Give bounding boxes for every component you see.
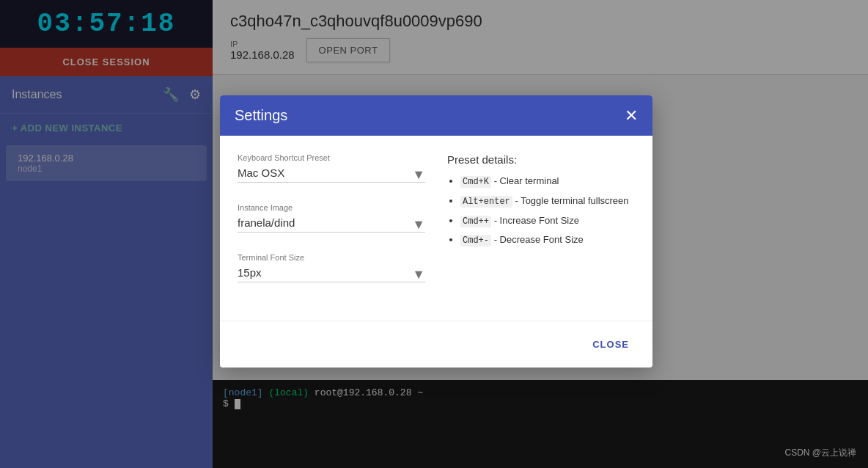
- modal-footer: CLOSE: [220, 321, 652, 368]
- keyboard-preset-group: Keyboard Shortcut Preset Mac OSX ▼: [238, 153, 425, 183]
- preset-details-title: Preset details:: [447, 153, 635, 166]
- instance-image-group: Instance Image franela/dind ▼: [238, 203, 425, 233]
- terminal-font-size-value: 15px: [238, 266, 425, 279]
- modal-close-icon-button[interactable]: ✕: [625, 108, 638, 124]
- modal-body: Keyboard Shortcut Preset Mac OSX ▼ Insta…: [220, 136, 652, 321]
- keyboard-preset-label: Keyboard Shortcut Preset: [238, 153, 425, 162]
- shortcut-desc-1: - Clear terminal: [494, 175, 559, 186]
- list-item: Cmd+K - Clear terminal: [460, 175, 635, 189]
- instance-image-value: franela/dind: [238, 216, 425, 229]
- terminal-font-size-select[interactable]: 15px ▼: [238, 266, 425, 282]
- modal-title: Settings: [235, 107, 287, 124]
- preset-details-list: Cmd+K - Clear terminal Alt+enter - Toggl…: [447, 175, 635, 247]
- terminal-font-size-group: Terminal Font Size 15px ▼: [238, 253, 425, 282]
- instance-image-select[interactable]: franela/dind ▼: [238, 216, 425, 233]
- modal-header: Settings ✕: [220, 95, 652, 136]
- modal-right-column: Preset details: Cmd+K - Clear terminal A…: [447, 153, 635, 303]
- shortcut-desc-2: - Toggle terminal fullscreen: [515, 195, 628, 206]
- instance-image-arrow-icon: ▼: [412, 216, 425, 232]
- shortcut-key-2: Alt+enter: [460, 196, 512, 208]
- list-item: Cmd+- - Decrease Font Size: [460, 233, 635, 247]
- shortcut-key-1: Cmd+K: [460, 176, 491, 188]
- shortcut-desc-4: - Decrease Font Size: [494, 234, 584, 245]
- close-modal-button[interactable]: CLOSE: [584, 333, 638, 356]
- keyboard-preset-arrow-icon: ▼: [412, 167, 425, 182]
- list-item: Cmd++ - Increase Font Size: [460, 214, 635, 228]
- keyboard-preset-select[interactable]: Mac OSX ▼: [238, 167, 425, 183]
- settings-modal: Settings ✕ Keyboard Shortcut Preset Mac …: [220, 95, 652, 368]
- instance-image-label: Instance Image: [238, 203, 425, 212]
- list-item: Alt+enter - Toggle terminal fullscreen: [460, 194, 635, 208]
- shortcut-desc-3: - Increase Font Size: [494, 215, 579, 226]
- shortcut-key-3: Cmd++: [460, 216, 491, 227]
- shortcut-key-4: Cmd+-: [460, 235, 491, 246]
- terminal-font-size-label: Terminal Font Size: [238, 253, 425, 262]
- keyboard-preset-value: Mac OSX: [238, 167, 425, 179]
- terminal-font-size-arrow-icon: ▼: [412, 266, 425, 282]
- modal-left-column: Keyboard Shortcut Preset Mac OSX ▼ Insta…: [238, 153, 425, 303]
